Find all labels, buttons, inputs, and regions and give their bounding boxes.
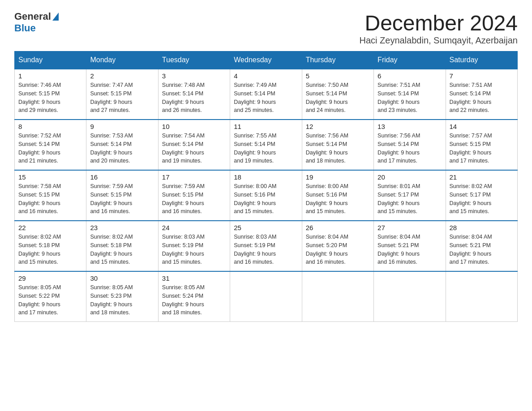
day-info: Sunrise: 8:01 AM Sunset: 5:17 PM Dayligh… bbox=[378, 182, 442, 216]
table-row: 13 Sunrise: 7:56 AM Sunset: 5:14 PM Dayl… bbox=[374, 120, 446, 170]
table-row: 5 Sunrise: 7:50 AM Sunset: 5:14 PM Dayli… bbox=[302, 69, 373, 120]
daylight-label: Daylight: 9 hours bbox=[162, 150, 204, 156]
sunrise-label: Sunrise: 8:05 AM bbox=[90, 284, 133, 291]
day-number: 6 bbox=[378, 72, 442, 80]
day-number: 27 bbox=[378, 224, 442, 231]
sunset-label: Sunset: 5:14 PM bbox=[378, 141, 419, 147]
daylight-label: Daylight: 9 hours bbox=[234, 251, 276, 257]
table-row: 14 Sunrise: 7:57 AM Sunset: 5:15 PM Dayl… bbox=[446, 120, 517, 170]
daylight-label: Daylight: 9 hours bbox=[90, 200, 132, 206]
sunset-label: Sunset: 5:15 PM bbox=[90, 90, 131, 97]
table-row: 25 Sunrise: 8:03 AM Sunset: 5:19 PM Dayl… bbox=[230, 221, 302, 271]
day-number: 8 bbox=[18, 123, 82, 130]
day-number: 21 bbox=[450, 173, 514, 181]
table-row: 20 Sunrise: 8:01 AM Sunset: 5:17 PM Dayl… bbox=[374, 170, 446, 221]
daylight-label: Daylight: 9 hours bbox=[90, 301, 132, 308]
daylight-minutes: and 15 minutes. bbox=[450, 208, 489, 214]
table-row: 7 Sunrise: 7:51 AM Sunset: 5:14 PM Dayli… bbox=[446, 69, 517, 120]
calendar-week-row: 8 Sunrise: 7:52 AM Sunset: 5:14 PM Dayli… bbox=[15, 120, 518, 170]
col-tuesday: Tuesday bbox=[158, 51, 230, 69]
daylight-minutes: and 22 minutes. bbox=[450, 107, 489, 113]
sunset-label: Sunset: 5:15 PM bbox=[18, 90, 60, 97]
day-number: 9 bbox=[90, 123, 154, 130]
day-number: 24 bbox=[162, 224, 226, 231]
month-title: December 2024 bbox=[359, 11, 518, 35]
calendar-week-row: 15 Sunrise: 7:58 AM Sunset: 5:15 PM Dayl… bbox=[15, 170, 518, 221]
day-info: Sunrise: 8:02 AM Sunset: 5:18 PM Dayligh… bbox=[90, 233, 154, 266]
sunset-label: Sunset: 5:14 PM bbox=[162, 141, 203, 147]
daylight-minutes: and 24 minutes. bbox=[306, 107, 346, 113]
daylight-label: Daylight: 9 hours bbox=[450, 99, 492, 105]
day-info: Sunrise: 7:56 AM Sunset: 5:14 PM Dayligh… bbox=[306, 132, 370, 165]
sunrise-label: Sunrise: 8:01 AM bbox=[378, 183, 420, 189]
table-row: 27 Sunrise: 8:04 AM Sunset: 5:21 PM Dayl… bbox=[374, 221, 446, 271]
sunrise-label: Sunrise: 7:52 AM bbox=[18, 133, 61, 139]
sunrise-label: Sunrise: 7:54 AM bbox=[162, 133, 205, 139]
day-number: 23 bbox=[90, 224, 154, 231]
daylight-minutes: and 16 minutes. bbox=[306, 259, 346, 265]
day-info: Sunrise: 7:51 AM Sunset: 5:14 PM Dayligh… bbox=[378, 81, 442, 115]
table-row: 19 Sunrise: 8:00 AM Sunset: 5:16 PM Dayl… bbox=[302, 170, 373, 221]
day-info: Sunrise: 7:49 AM Sunset: 5:14 PM Dayligh… bbox=[234, 81, 298, 115]
col-thursday: Thursday bbox=[302, 51, 373, 69]
day-info: Sunrise: 7:59 AM Sunset: 5:15 PM Dayligh… bbox=[90, 182, 154, 216]
sunrise-label: Sunrise: 8:00 AM bbox=[306, 183, 348, 189]
sunset-label: Sunset: 5:16 PM bbox=[234, 192, 275, 198]
day-number: 3 bbox=[162, 72, 226, 80]
sunset-label: Sunset: 5:15 PM bbox=[90, 192, 131, 198]
day-number: 11 bbox=[234, 123, 298, 130]
day-number: 19 bbox=[306, 173, 370, 181]
sunset-label: Sunset: 5:14 PM bbox=[234, 141, 275, 147]
daylight-minutes: and 18 minutes. bbox=[306, 158, 346, 164]
table-row bbox=[302, 271, 373, 322]
table-row: 1 Sunrise: 7:46 AM Sunset: 5:15 PM Dayli… bbox=[15, 69, 86, 120]
sunrise-label: Sunrise: 8:03 AM bbox=[162, 234, 205, 240]
day-number: 30 bbox=[90, 274, 154, 282]
sunrise-label: Sunrise: 7:46 AM bbox=[18, 82, 61, 88]
day-number: 15 bbox=[18, 173, 82, 181]
daylight-minutes: and 16 minutes. bbox=[18, 208, 58, 214]
day-number: 12 bbox=[306, 123, 370, 130]
daylight-minutes: and 19 minutes. bbox=[162, 158, 202, 164]
table-row: 28 Sunrise: 8:04 AM Sunset: 5:21 PM Dayl… bbox=[446, 221, 517, 271]
table-row bbox=[230, 271, 302, 322]
table-row: 17 Sunrise: 7:59 AM Sunset: 5:15 PM Dayl… bbox=[158, 170, 230, 221]
day-info: Sunrise: 8:05 AM Sunset: 5:24 PM Dayligh… bbox=[162, 283, 226, 317]
sunrise-label: Sunrise: 7:59 AM bbox=[162, 183, 205, 189]
daylight-label: Daylight: 9 hours bbox=[306, 200, 348, 206]
sunrise-label: Sunrise: 8:04 AM bbox=[306, 234, 348, 240]
daylight-minutes: and 27 minutes. bbox=[90, 107, 130, 113]
day-info: Sunrise: 7:51 AM Sunset: 5:14 PM Dayligh… bbox=[450, 81, 514, 115]
sunset-label: Sunset: 5:18 PM bbox=[90, 242, 131, 248]
daylight-label: Daylight: 9 hours bbox=[90, 150, 132, 156]
day-number: 28 bbox=[450, 224, 514, 231]
sunrise-label: Sunrise: 8:02 AM bbox=[90, 234, 133, 240]
daylight-minutes: and 15 minutes. bbox=[90, 259, 130, 265]
daylight-label: Daylight: 9 hours bbox=[450, 200, 492, 206]
day-info: Sunrise: 8:03 AM Sunset: 5:19 PM Dayligh… bbox=[162, 233, 226, 266]
day-info: Sunrise: 7:47 AM Sunset: 5:15 PM Dayligh… bbox=[90, 81, 154, 115]
day-info: Sunrise: 8:02 AM Sunset: 5:17 PM Dayligh… bbox=[450, 182, 514, 216]
daylight-label: Daylight: 9 hours bbox=[18, 251, 60, 257]
day-info: Sunrise: 7:56 AM Sunset: 5:14 PM Dayligh… bbox=[378, 132, 442, 165]
sunset-label: Sunset: 5:17 PM bbox=[450, 192, 491, 198]
table-row: 29 Sunrise: 8:05 AM Sunset: 5:22 PM Dayl… bbox=[15, 271, 86, 322]
day-number: 29 bbox=[18, 274, 82, 282]
daylight-minutes: and 26 minutes. bbox=[162, 107, 202, 113]
day-info: Sunrise: 7:54 AM Sunset: 5:14 PM Dayligh… bbox=[162, 132, 226, 165]
daylight-minutes: and 16 minutes. bbox=[234, 259, 274, 265]
daylight-label: Daylight: 9 hours bbox=[234, 200, 276, 206]
calendar-week-row: 29 Sunrise: 8:05 AM Sunset: 5:22 PM Dayl… bbox=[15, 271, 518, 322]
sunset-label: Sunset: 5:19 PM bbox=[162, 242, 203, 248]
daylight-label: Daylight: 9 hours bbox=[18, 150, 60, 156]
table-row: 26 Sunrise: 8:04 AM Sunset: 5:20 PM Dayl… bbox=[302, 221, 373, 271]
table-row: 9 Sunrise: 7:53 AM Sunset: 5:14 PM Dayli… bbox=[86, 120, 158, 170]
table-row: 3 Sunrise: 7:48 AM Sunset: 5:14 PM Dayli… bbox=[158, 69, 230, 120]
sunset-label: Sunset: 5:23 PM bbox=[90, 293, 131, 299]
day-info: Sunrise: 7:48 AM Sunset: 5:14 PM Dayligh… bbox=[162, 81, 226, 115]
daylight-minutes: and 15 minutes. bbox=[306, 208, 346, 214]
table-row: 21 Sunrise: 8:02 AM Sunset: 5:17 PM Dayl… bbox=[446, 170, 517, 221]
day-info: Sunrise: 7:58 AM Sunset: 5:15 PM Dayligh… bbox=[18, 182, 82, 216]
table-row: 10 Sunrise: 7:54 AM Sunset: 5:14 PM Dayl… bbox=[158, 120, 230, 170]
daylight-minutes: and 19 minutes. bbox=[234, 158, 274, 164]
